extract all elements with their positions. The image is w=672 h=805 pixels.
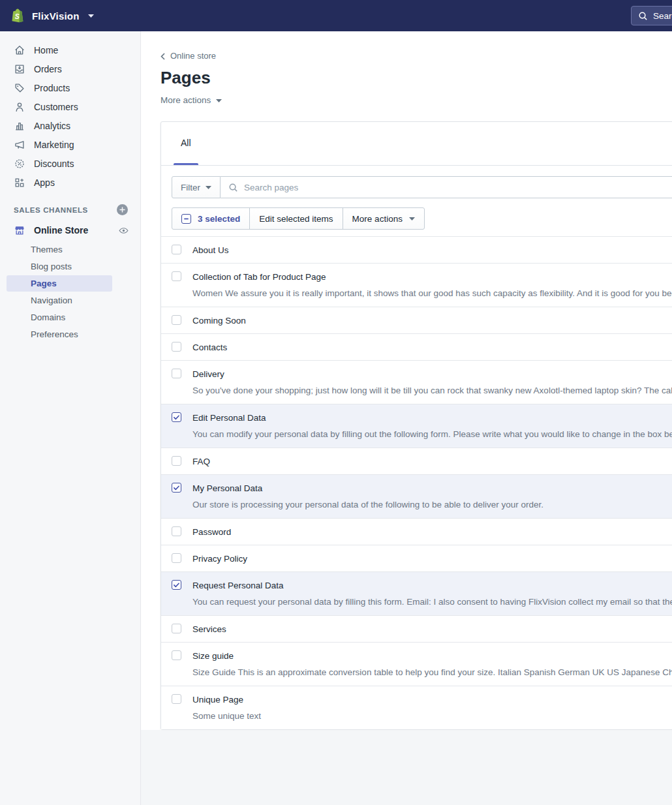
table-row[interactable]: Collection of Tab for Product Page Women… <box>161 263 672 307</box>
page-background <box>141 730 672 805</box>
shopify-logo-icon: S <box>9 7 25 25</box>
table-row[interactable]: FAQ <box>161 448 672 474</box>
row-checkbox[interactable] <box>172 650 181 660</box>
sidebar-item-label: Domains <box>31 312 65 322</box>
row-content: Contacts <box>192 334 672 360</box>
tab-all[interactable]: All <box>172 122 200 165</box>
search-pages-field[interactable] <box>221 176 672 198</box>
page-more-actions-button[interactable]: More actions <box>160 95 222 106</box>
page-row-title: Password <box>192 526 672 538</box>
sidebar-item-themes[interactable]: Themes <box>7 241 112 258</box>
chevron-left-icon <box>160 53 165 60</box>
filter-button[interactable]: Filter <box>172 176 221 198</box>
sidebar-item-pages[interactable]: Pages <box>7 275 112 292</box>
row-checkbox[interactable] <box>172 245 181 254</box>
global-search-input[interactable] <box>653 11 672 21</box>
edit-selected-label: Edit selected items <box>259 214 333 224</box>
select-all-toggle[interactable]: 3 selected <box>172 208 249 229</box>
table-row[interactable]: Privacy Policy <box>161 545 672 571</box>
sidebar-item-label: Marketing <box>34 140 74 150</box>
table-row[interactable]: My Personal Data Our store is processing… <box>161 474 672 518</box>
row-content: Delivery So you've done your shopping; j… <box>192 361 672 404</box>
row-content: FAQ <box>192 448 672 474</box>
page-row-title: Contacts <box>192 342 672 353</box>
table-row[interactable]: Password <box>161 518 672 545</box>
apps-icon <box>14 177 25 189</box>
pages-table: About Us Collection of Tab for Product P… <box>161 236 672 729</box>
row-checkbox[interactable] <box>172 526 181 536</box>
table-row[interactable]: Contacts <box>161 333 672 360</box>
table-row[interactable]: Unique Page Some unique text <box>161 686 672 729</box>
row-checkbox[interactable] <box>172 553 181 563</box>
page-row-subtitle: Women We assure you it is really importa… <box>192 288 672 299</box>
row-content: Privacy Policy <box>192 545 672 571</box>
table-row[interactable]: Request Personal Data You can request yo… <box>161 571 672 615</box>
sidebar-item-home[interactable]: Home <box>0 40 140 59</box>
store-name: FlixVision <box>32 10 80 22</box>
analytics-icon <box>14 120 25 132</box>
row-checkbox[interactable] <box>172 342 181 352</box>
row-checkbox[interactable] <box>172 271 181 281</box>
sidebar-item-discounts[interactable]: Discounts <box>0 154 140 173</box>
row-content: Size guide Size Guide This is an approxi… <box>192 643 672 686</box>
table-row[interactable]: About Us <box>161 236 672 263</box>
row-checkbox[interactable] <box>172 483 181 493</box>
row-checkbox[interactable] <box>172 580 181 590</box>
sidebar-item-label: Online Store <box>34 225 88 235</box>
row-content: Request Personal Data You can request yo… <box>192 572 672 615</box>
plus-circle-icon[interactable] <box>117 204 128 215</box>
page-row-title: Unique Page <box>192 694 672 705</box>
sidebar-item-preferences[interactable]: Preferences <box>7 326 112 342</box>
sidebar-item-apps[interactable]: Apps <box>0 173 140 192</box>
table-row[interactable]: Coming Soon <box>161 307 672 333</box>
sidebar-item-label: Customers <box>34 102 78 112</box>
table-row[interactable]: Services <box>161 615 672 642</box>
page-row-subtitle: Size Guide This is an approximate conver… <box>192 667 672 678</box>
sidebar-item-blog-posts[interactable]: Blog posts <box>7 258 112 275</box>
pages-card: All Filter <box>160 121 672 730</box>
sidebar-item-products[interactable]: Products <box>0 78 140 97</box>
sidebar-item-label: Products <box>34 83 70 93</box>
sidebar-item-domains[interactable]: Domains <box>7 309 112 326</box>
page-title: Pages <box>160 68 672 87</box>
row-checkbox[interactable] <box>172 624 181 633</box>
sidebar: Home Orders Products Customers <box>0 31 141 805</box>
sidebar-item-label: Orders <box>34 64 62 74</box>
chevron-down-icon <box>409 217 415 220</box>
table-row[interactable]: Size guide Size Guide This is an approxi… <box>161 642 672 686</box>
bulk-actions-group: 3 selected Edit selected items More acti… <box>172 207 425 230</box>
sidebar-item-navigation[interactable]: Navigation <box>7 292 112 309</box>
sidebar-item-label: Navigation <box>31 296 72 305</box>
sidebar-item-customers[interactable]: Customers <box>0 97 140 116</box>
page-row-title: Coming Soon <box>192 315 672 326</box>
store-menu-button[interactable]: S FlixVision <box>9 7 94 25</box>
megaphone-icon <box>14 139 25 151</box>
search-pages-input[interactable] <box>244 183 672 192</box>
table-row[interactable]: Delivery So you've done your shopping; j… <box>161 360 672 404</box>
sidebar-item-analytics[interactable]: Analytics <box>0 116 140 135</box>
row-checkbox[interactable] <box>172 412 181 422</box>
page-row-title: Services <box>192 624 672 635</box>
edit-selected-button[interactable]: Edit selected items <box>249 208 342 229</box>
storefront-icon <box>14 224 25 236</box>
sidebar-item-label: Themes <box>31 245 63 254</box>
global-search[interactable] <box>631 6 672 25</box>
sidebar-item-online-store[interactable]: Online Store <box>0 220 140 240</box>
eye-icon[interactable] <box>118 225 129 236</box>
row-checkbox[interactable] <box>172 694 181 704</box>
breadcrumb[interactable]: Online store <box>160 51 216 61</box>
sidebar-item-orders[interactable]: Orders <box>0 59 140 78</box>
sidebar-item-label: Pages <box>31 279 57 288</box>
row-checkbox[interactable] <box>172 456 181 466</box>
page-row-title: Delivery <box>192 369 672 380</box>
chevron-down-icon <box>216 99 222 102</box>
table-row[interactable]: Edit Personal Data You can modify your p… <box>161 404 672 448</box>
sidebar-item-label: Apps <box>34 177 55 188</box>
row-checkbox[interactable] <box>172 369 181 378</box>
chevron-down-icon <box>88 14 94 18</box>
row-checkbox[interactable] <box>172 315 181 325</box>
bulk-more-actions-button[interactable]: More actions <box>343 208 424 229</box>
indeterminate-checkbox[interactable] <box>181 214 191 224</box>
sidebar-item-marketing[interactable]: Marketing <box>0 135 140 154</box>
row-content: Services <box>192 616 672 642</box>
